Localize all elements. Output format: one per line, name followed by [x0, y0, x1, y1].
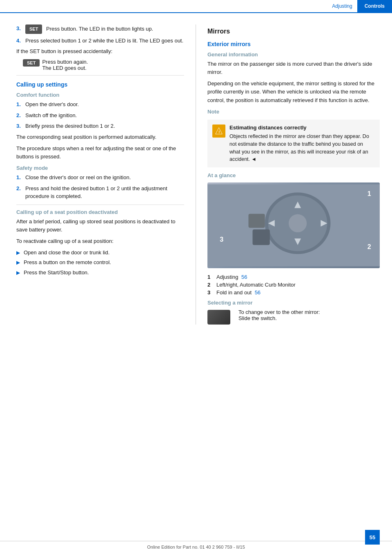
svg-text:3: 3	[220, 236, 223, 243]
seat-position-para1: After a brief period, calling up stored …	[16, 218, 184, 234]
note-content: Estimating distances correctly Objects r…	[229, 124, 375, 164]
divider-2	[16, 205, 184, 205]
page-number: 55	[365, 530, 380, 545]
step-3-text: SET Press button. The LED in the button …	[25, 24, 184, 34]
seat-position-title: Calling up of a seat position deactivate…	[16, 209, 184, 215]
step-3: 3. SET Press button. The LED in the butt…	[16, 24, 184, 34]
left-column: 3. SET Press button. The LED in the butt…	[16, 24, 196, 325]
cf-step-2-text: Switch off the ignition.	[25, 111, 184, 120]
note-label: Note	[207, 109, 380, 115]
cf-step-3-text: Briefly press the desired button 1 or 2.	[25, 122, 184, 130]
main-content: 3. SET Press button. The LED in the butt…	[0, 13, 392, 333]
if-accidentally-block: If the SET button is pressed accidentall…	[16, 47, 184, 71]
step-4-text: Press selected button 1 or 2 while the L…	[25, 37, 184, 45]
exterior-mirrors-title: Exterior mirrors	[207, 41, 380, 47]
cf-step-1-num: 1.	[16, 100, 25, 109]
note-text: Objects reflected in the mirror are clos…	[229, 133, 369, 162]
sm-step-1-num: 1.	[16, 173, 25, 182]
svg-rect-9	[253, 229, 270, 245]
gen-info-para2: Depending on the vehicle equipment, the …	[207, 80, 380, 104]
selecting-mirror-text: To change over to the other mirror: Slid…	[238, 309, 320, 321]
calling-up-settings-section: Calling up settings Comfort function 1. …	[16, 81, 184, 200]
bullet-item-2: ▶ Press a button on the remote control.	[16, 258, 184, 267]
note-title: Estimating distances correctly	[229, 124, 375, 132]
selecting-mirror-block: To change over to the other mirror: Slid…	[207, 309, 380, 325]
bullet-item-1: ▶ Open and close the door or trunk lid.	[16, 249, 184, 257]
mirror-switch-image	[207, 310, 230, 325]
note-end-marker: ◄	[252, 156, 256, 162]
right-column: Mirrors Exterior mirrors General informa…	[196, 24, 380, 325]
legend-link-3[interactable]: 56	[253, 289, 261, 296]
cf-step-2-num: 2.	[16, 111, 25, 120]
divider-1	[16, 75, 184, 76]
bullet-text-2: Press a button on the remote control.	[24, 258, 111, 267]
sm-step-1: 1. Close the driver's door or reel on th…	[16, 173, 184, 182]
selecting-text-2: Slide the switch.	[238, 315, 320, 321]
legend-list: 1 Adjusting 56 2 Left/right, Automatic C…	[207, 274, 380, 296]
note-box: ! Estimating distances correctly Objects…	[207, 120, 380, 168]
sm-step-2-text: Press and hold the desired button 1 or 2…	[25, 185, 184, 200]
comfort-function-title: Comfort function	[16, 92, 184, 98]
cf-step-2: 2. Switch off the ignition.	[16, 111, 184, 120]
selecting-mirror-title: Selecting a mirror	[207, 300, 380, 306]
if-led-out: The LED goes out.	[42, 65, 88, 71]
step-4-num: 4.	[16, 37, 25, 45]
selecting-text-1: To change over to the other mirror:	[238, 309, 320, 315]
if-accidentally-text: If the SET button is pressed accidentall…	[16, 47, 184, 56]
step-3-num: 3.	[16, 24, 25, 34]
svg-text:2: 2	[368, 243, 371, 250]
gen-info-para1: The mirror on the passenger side is more…	[207, 60, 380, 76]
if-set-btn: SET	[23, 59, 40, 67]
mirror-image: 1 2 3	[207, 182, 380, 268]
sm-step-2-num: 2.	[16, 185, 25, 200]
legend-item-1: 1 Adjusting 56	[207, 274, 380, 280]
mirrors-title: Mirrors	[207, 28, 380, 35]
legend-item-2: 2 Left/right, Automatic Curb Monitor	[207, 282, 380, 288]
legend-num-3: 3	[207, 289, 216, 296]
bullet-arrow-1: ▶	[16, 249, 24, 257]
seat-position-para2: To reactivate calling up of a seat posit…	[16, 237, 184, 245]
set-button-label: SET	[25, 24, 42, 34]
cf-para-2: The procedure stops when a reel for adju…	[16, 145, 184, 161]
svg-text:1: 1	[368, 190, 371, 197]
sm-step-1-text: Close the driver's door or reel on the i…	[25, 173, 184, 182]
warning-icon: !	[212, 125, 225, 138]
cf-step-1-text: Open the driver's door.	[25, 100, 184, 109]
step-4: 4. Press selected button 1 or 2 while th…	[16, 37, 184, 45]
page-footer: Online Edition for Part no. 01 40 2 960 …	[0, 541, 392, 549]
svg-text:!: !	[218, 130, 220, 134]
footer-text: Online Edition for Part no. 01 40 2 960 …	[147, 545, 245, 549]
legend-text-1: Adjusting	[216, 274, 238, 280]
bullet-arrow-3: ▶	[16, 269, 24, 277]
legend-num-2: 2	[207, 282, 216, 288]
bullet-text-1: Open and close the door or trunk lid.	[24, 249, 109, 257]
cf-step-1: 1. Open the driver's door.	[16, 100, 184, 109]
bullet-item-3: ▶ Press the Start/Stop button.	[16, 269, 184, 277]
if-press-again: Press button again.	[42, 59, 88, 65]
cf-step-3-num: 3.	[16, 122, 25, 130]
page-header: Adjusting Controls	[0, 0, 392, 13]
at-a-glance-title: At a glance	[207, 172, 380, 178]
cf-para-1: The corresponding seat position is perfo…	[16, 133, 184, 141]
legend-item-3: 3 Fold in and out 56	[207, 289, 380, 296]
calling-up-settings-title: Calling up settings	[16, 81, 184, 88]
cf-step-3: 3. Briefly press the desired button 1 or…	[16, 122, 184, 130]
svg-rect-10	[248, 214, 265, 228]
bullet-arrow-2: ▶	[16, 259, 24, 267]
svg-point-8	[289, 214, 307, 232]
safety-mode-title: Safety mode	[16, 165, 184, 171]
header-controls: Controls	[357, 0, 392, 12]
bullet-text-3: Press the Start/Stop button.	[24, 269, 89, 277]
legend-text-3: Fold in and out	[216, 289, 252, 296]
header-adjusting: Adjusting	[327, 0, 357, 12]
general-information-title: General information	[207, 51, 380, 58]
seat-position-section: Calling up of a seat position deactivate…	[16, 209, 184, 277]
if-set-inline: SET Press button again. The LED goes out…	[23, 59, 184, 71]
legend-num-1: 1	[207, 274, 216, 280]
sm-step-2: 2. Press and hold the desired button 1 o…	[16, 185, 184, 200]
legend-text-2: Left/right, Automatic Curb Monitor	[216, 282, 296, 288]
legend-link-1[interactable]: 56	[240, 274, 247, 280]
